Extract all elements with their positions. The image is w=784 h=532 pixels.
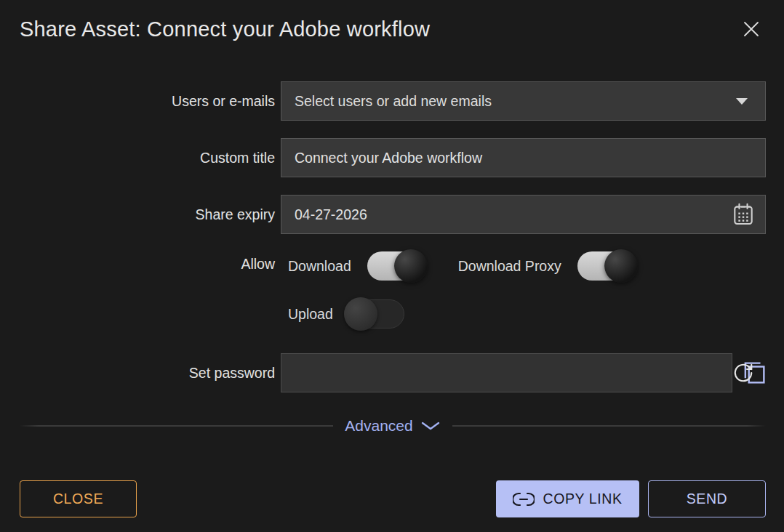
chevron-down-icon	[420, 421, 441, 431]
open-datepicker-button[interactable]	[732, 203, 754, 226]
advanced-section: Advanced	[20, 417, 766, 435]
refresh-icon	[732, 362, 754, 384]
calendar-icon	[732, 203, 754, 226]
share-asset-dialog: Share Asset: Connect your Adobe workflow…	[0, 0, 784, 532]
password-label: Set password	[20, 365, 275, 382]
toggle-knob	[604, 249, 638, 283]
share-expiry-label: Share expiry	[20, 206, 275, 223]
share-expiry-row: Share expiry	[20, 195, 766, 234]
upload-toggle[interactable]	[346, 299, 404, 329]
copy-link-button[interactable]: COPY LINK	[496, 480, 639, 517]
close-button[interactable]: CLOSE	[20, 480, 137, 517]
generate-password-button[interactable]	[732, 362, 754, 384]
users-select-placeholder: Select users or add new emails	[295, 93, 492, 110]
chevron-down-icon	[736, 98, 748, 105]
allow-row: Allow Download Download Proxy Upload	[20, 251, 766, 329]
download-toggle[interactable]	[367, 251, 425, 281]
toggle-knob	[344, 297, 377, 331]
advanced-toggle[interactable]: Advanced	[333, 417, 452, 435]
allow-line-2: Upload	[288, 299, 404, 329]
share-expiry-input[interactable]	[281, 195, 766, 234]
advanced-label: Advanced	[345, 417, 412, 435]
share-form: Users or e-mails Select users or add new…	[20, 81, 766, 392]
custom-title-row: Custom title	[20, 138, 766, 177]
download-toggle-group: Download	[288, 251, 425, 281]
users-row: Users or e-mails Select users or add new…	[20, 81, 766, 121]
users-label: Users or e-mails	[20, 93, 275, 110]
download-proxy-toggle-group: Download Proxy	[458, 251, 636, 281]
toggle-knob	[394, 249, 428, 283]
allow-label: Allow	[20, 256, 275, 273]
download-proxy-label: Download Proxy	[458, 258, 561, 275]
close-dialog-button[interactable]	[738, 16, 764, 42]
dialog-header: Share Asset: Connect your Adobe workflow	[20, 15, 766, 47]
upload-toggle-group: Upload	[288, 299, 404, 329]
download-proxy-toggle[interactable]	[577, 251, 636, 281]
password-input[interactable]	[281, 353, 732, 392]
upload-label: Upload	[288, 306, 333, 323]
copy-link-label: COPY LINK	[543, 491, 622, 507]
custom-title-input[interactable]	[281, 138, 766, 177]
divider	[452, 425, 766, 427]
link-icon	[513, 491, 535, 507]
page-title: Share Asset: Connect your Adobe workflow	[20, 15, 430, 44]
allow-line-1: Download Download Proxy	[288, 251, 636, 281]
close-icon	[741, 19, 761, 39]
password-row: Set password	[20, 353, 766, 392]
dialog-footer: CLOSE COPY LINK SEND	[20, 480, 766, 517]
send-button[interactable]: SEND	[648, 480, 766, 517]
users-select[interactable]: Select users or add new emails	[281, 81, 766, 121]
divider	[20, 425, 333, 427]
custom-title-label: Custom title	[20, 150, 275, 166]
download-label: Download	[288, 258, 351, 275]
